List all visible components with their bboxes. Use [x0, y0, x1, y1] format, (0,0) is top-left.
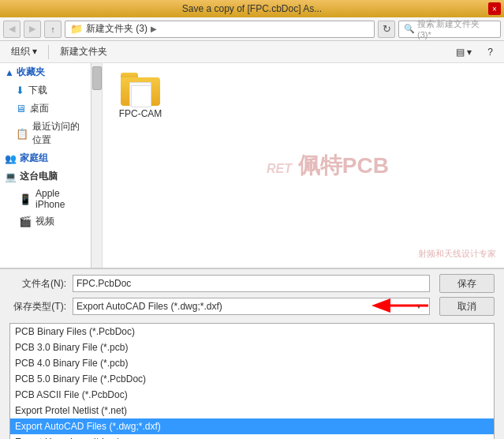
toolbar: 组织 ▾ 新建文件夹 ▤ ▾ ? — [0, 41, 504, 63]
sidebar-homegroup-header[interactable]: 👥 家庭组 — [0, 149, 91, 167]
view-button[interactable]: ▤ ▾ — [451, 45, 476, 59]
folder-paper2 — [131, 85, 151, 107]
sidebar-item-iphone[interactable]: 📱 Apple iPhone — [0, 186, 91, 212]
sidebar-label-desktop: 桌面 — [30, 102, 49, 115]
iphone-icon: 📱 — [19, 193, 32, 205]
dropdown-list: PCB Binary Files (*.PcbDoc) PCB 3.0 Bina… — [9, 323, 495, 439]
search-box[interactable]: 🔍 搜索'新建文件夹 (3)* — [398, 21, 501, 38]
sidebar-item-download[interactable]: ⬇ 下载 — [0, 81, 91, 99]
dropdown-option-7[interactable]: Export HyperLynx (*.hyp) — [10, 434, 494, 439]
video-icon: 🎬 — [19, 216, 32, 227]
help-icon: ? — [487, 47, 493, 58]
title-text: Save a copy of [FPC.cbDoc] As... — [6, 3, 498, 14]
dropdown-option-6[interactable]: Export AutoCAD Files (*.dwg;*.dxf) — [10, 418, 494, 434]
address-path[interactable]: 📁 新建文件夹 (3) ▶ — [65, 21, 375, 38]
folder-body — [121, 77, 160, 106]
sidebar-scrollbar[interactable] — [91, 63, 102, 268]
folder-label: FPC-CAM — [119, 108, 162, 119]
sidebar: ▲ 收藏夹 ⬇ 下载 🖥 桌面 📋 最近访问的位置 👥 家庭组 � — [0, 63, 103, 268]
favorites-collapse-icon: ▲ — [5, 67, 14, 78]
sidebar-label-iphone: Apple iPhone — [35, 188, 84, 210]
desktop-icon: 🖥 — [16, 103, 26, 114]
forward-button[interactable]: ▶ — [24, 21, 41, 38]
main-area: ▲ 收藏夹 ⬇ 下载 🖥 桌面 📋 最近访问的位置 👥 家庭组 � — [0, 63, 504, 268]
favorites-label: 收藏夹 — [17, 66, 45, 79]
pc-label: 这台电脑 — [20, 170, 58, 183]
watermark: RET 佩特PCB — [267, 151, 389, 181]
dropdown-option-1[interactable]: PCB 3.0 Binary File (*.pcb) — [10, 340, 494, 355]
save-button[interactable]: 保存 — [439, 274, 495, 293]
pc-icon: 💻 — [5, 171, 17, 182]
sidebar-favorites-header[interactable]: ▲ 收藏夹 — [0, 63, 91, 81]
cancel-button[interactable]: 取消 — [439, 297, 495, 316]
sidebar-label-video: 视频 — [35, 215, 54, 228]
dropdown-option-5[interactable]: Export Protel Netlist (*.net) — [10, 403, 494, 418]
watermark-text: 佩特PCB — [298, 153, 389, 178]
recent-icon: 📋 — [16, 128, 28, 140]
sidebar-label-download: 下载 — [28, 84, 47, 97]
savetype-label: 保存类型(T): — [9, 300, 66, 313]
file-list: RET 佩特PCB FPC-CAM 射频和天线设计专家 — [103, 63, 504, 268]
back-button[interactable]: ◀ — [3, 21, 21, 38]
path-arrow-icon: ▶ — [151, 24, 157, 33]
folder-fpc-cam[interactable]: FPC-CAM — [109, 69, 172, 122]
view-icon: ▤ — [456, 47, 465, 58]
up-button[interactable]: ↑ — [44, 21, 62, 38]
organize-button[interactable]: 组织 ▾ — [6, 43, 42, 60]
savetype-dropdown-arrow-icon: ▼ — [412, 302, 426, 310]
view-dropdown-icon: ▾ — [467, 47, 472, 58]
sidebar-item-recent[interactable]: 📋 最近访问的位置 — [0, 118, 91, 149]
savetype-row: 保存类型(T): Export AutoCAD Files (*.dwg;*.d… — [9, 297, 495, 316]
toolbar-separator — [48, 45, 49, 59]
dropdown-option-2[interactable]: PCB 4.0 Binary File (*.pcb) — [10, 355, 494, 371]
path-text: 新建文件夹 (3) — [86, 22, 147, 36]
form-area: 文件名(N): 保存 保存类型(T): Export AutoCAD Files… — [0, 268, 504, 323]
sidebar-label-recent: 最近访问的位置 — [32, 120, 84, 147]
help-button[interactable]: ? — [483, 45, 498, 59]
search-icon: 🔍 — [404, 24, 415, 34]
download-icon: ⬇ — [16, 84, 24, 96]
filename-input[interactable] — [73, 275, 430, 292]
path-folder-icon: 📁 — [70, 23, 83, 35]
sidebar-scrollbar-thumb[interactable] — [92, 66, 102, 90]
bottom-section: 文件名(N): 保存 保存类型(T): Export AutoCAD Files… — [0, 268, 504, 439]
address-bar: ◀ ▶ ↑ 📁 新建文件夹 (3) ▶ ↻ 🔍 搜索'新建文件夹 (3)* — [0, 17, 504, 41]
dropdown-option-4[interactable]: PCB ASCII File (*.PcbDoc) — [10, 387, 494, 403]
title-bar: Save a copy of [FPC.cbDoc] As... × — [0, 0, 504, 17]
watermark-brand: RET — [267, 162, 292, 175]
search-placeholder: 搜索'新建文件夹 (3)* — [417, 18, 495, 39]
filename-row: 文件名(N): 保存 — [9, 274, 495, 293]
savetype-select[interactable]: Export AutoCAD Files (*.dwg;*.dxf) ▼ — [73, 298, 430, 315]
sidebar-item-desktop[interactable]: 🖥 桌面 — [0, 99, 91, 118]
sidebar-pc-header[interactable]: 💻 这台电脑 — [0, 167, 91, 186]
watermark-sub: 射频和天线设计专家 — [418, 248, 496, 260]
new-folder-button[interactable]: 新建文件夹 — [55, 43, 112, 60]
homegroup-label: 家庭组 — [20, 152, 48, 165]
folder-icon — [121, 73, 160, 106]
refresh-button[interactable]: ↻ — [378, 21, 395, 38]
savetype-value: Export AutoCAD Files (*.dwg;*.dxf) — [77, 301, 222, 312]
sidebar-content: ▲ 收藏夹 ⬇ 下载 🖥 桌面 📋 最近访问的位置 👥 家庭组 � — [0, 63, 91, 268]
sidebar-item-video[interactable]: 🎬 视频 — [0, 212, 91, 231]
dropdown-option-3[interactable]: PCB 5.0 Binary File (*.PcbDoc) — [10, 371, 494, 387]
dropdown-option-0[interactable]: PCB Binary Files (*.PcbDoc) — [10, 324, 494, 340]
close-button[interactable]: × — [488, 2, 501, 15]
filename-label: 文件名(N): — [9, 277, 66, 291]
homegroup-icon: 👥 — [5, 153, 17, 164]
